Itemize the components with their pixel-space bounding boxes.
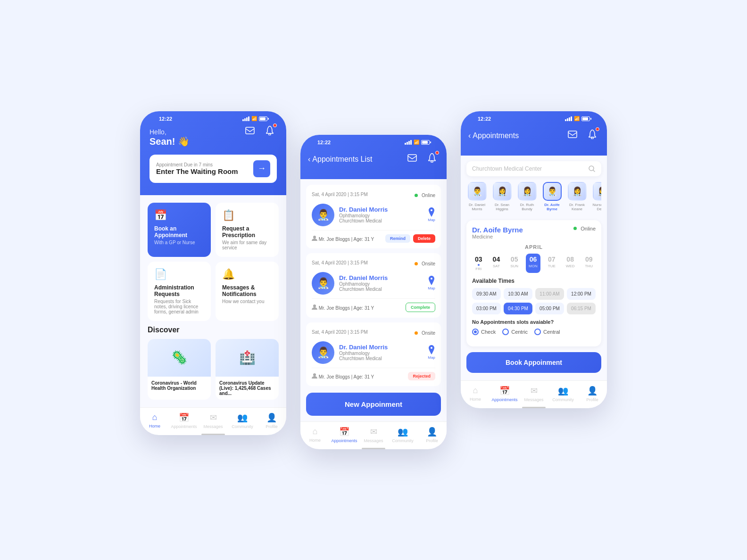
nav-messages[interactable]: ✉ Messages	[199, 412, 228, 429]
day-num-1: 04	[493, 255, 500, 263]
home-icon-3: ⌂	[473, 386, 478, 395]
map-button-0[interactable]: Map	[428, 207, 435, 222]
discover-item-1[interactable]: 🏥 Coronavirus Update (Live): 1,425,468 C…	[216, 339, 279, 400]
time-slot-6[interactable]: 05:00 PM	[535, 303, 564, 314]
notification-button[interactable]	[263, 124, 277, 138]
profile-icon-3: 👤	[587, 386, 598, 396]
doc-hospital-1: Churchtown Medical	[339, 287, 423, 292]
appt-meta-2: Sat, 4 April 2020 | 3:15 PM Onsite	[312, 328, 435, 337]
cal-day-5[interactable]: 08 WED	[563, 254, 578, 273]
messages-nav-icon-2: ✉	[370, 427, 377, 437]
remind-button-0[interactable]: Remind	[385, 234, 410, 243]
book-appointment-body: Churchtown Medical Center 👨‍⚕️ Dr. Danie…	[461, 156, 607, 380]
nav2-appointments[interactable]: 📅 Appointments	[330, 427, 359, 443]
banner-arrow-button[interactable]: →	[253, 160, 270, 177]
messages-card[interactable]: 🔔 Messages & Notifications How we contac…	[216, 262, 279, 321]
mail-button[interactable]	[243, 124, 257, 138]
nav-home[interactable]: ⌂ Home	[140, 412, 169, 429]
doc-thumb-2[interactable]: 👩‍⚕️ Dr. Ruth Bundy	[516, 182, 538, 212]
nav2-profile[interactable]: 👤 Profile	[417, 427, 447, 443]
time-slot-5[interactable]: 04:30 PM	[504, 303, 532, 314]
doc-thumb-3[interactable]: 👨‍⚕️ Dr. Aoife Byrne	[541, 182, 563, 212]
notification-button-2[interactable]	[425, 151, 439, 165]
appointment-banner[interactable]: Appointment Due in 7 mins Enter The Wait…	[149, 155, 277, 183]
search-bar[interactable]: Churchtown Medical Center	[466, 161, 601, 176]
doc-hospital-0: Churchtown Medical	[339, 218, 423, 223]
day-name-6: THU	[585, 264, 592, 268]
svg-point-5	[313, 305, 316, 307]
nav-messages-label: Messages	[203, 424, 223, 429]
cal-day-0[interactable]: 03 FRI	[472, 254, 485, 273]
rejected-button-2[interactable]: Rejected	[408, 372, 435, 380]
doc-thumb-1[interactable]: 👩‍⚕️ Dr. Sean Higgins	[491, 182, 513, 212]
online-status-text: Online	[581, 226, 596, 231]
radio-check[interactable]: Check	[472, 329, 496, 335]
nav3-messages-label: Messages	[524, 397, 543, 402]
discover-img-1: 🏥	[216, 339, 279, 377]
time-slot-3[interactable]: 12:00 PM	[567, 288, 596, 300]
nav3-home[interactable]: ⌂ Home	[461, 386, 490, 402]
calendar-section: APRIL 03 FRI 04 SAT 05 SUN	[472, 244, 596, 273]
new-appointment-button[interactable]: New Appoinment	[306, 393, 441, 416]
nav-community[interactable]: 👥 Community	[228, 412, 257, 429]
admin-title: Administration Requests	[154, 284, 204, 297]
mail-button-3[interactable]	[565, 127, 580, 141]
doc-name-2: Dr. Daniel Morris	[339, 344, 423, 351]
wifi-icon-2: 📶	[414, 140, 419, 145]
time-slot-1[interactable]: 10:30 AM	[504, 288, 532, 300]
doc-thumb-4[interactable]: 👩‍⚕️ Dr. Frank Keane	[566, 182, 588, 212]
complete-button-1[interactable]: Complete	[406, 303, 435, 312]
cal-day-6[interactable]: 09 THU	[582, 254, 595, 273]
radio-centric[interactable]: Centric	[502, 329, 528, 335]
prescription-card[interactable]: 📋 Request a Prescription We aim for same…	[216, 203, 279, 257]
bottom-nav-3: ⌂ Home 📅 Appointments ✉ Messages 👥 Commu…	[461, 380, 607, 405]
svg-point-6	[313, 373, 316, 376]
time-slot-7[interactable]: 06:15 PM	[567, 303, 596, 314]
notification-button-3[interactable]	[585, 127, 599, 141]
times-title: Available Times	[472, 278, 596, 284]
radio-central[interactable]: Central	[534, 329, 560, 335]
day-num-0: 03	[475, 255, 482, 266]
home-icon: ⌂	[152, 412, 158, 422]
cal-day-1[interactable]: 04 SAT	[490, 254, 503, 273]
time-slot-2[interactable]: 11:00 AM	[535, 288, 564, 300]
nav2-messages[interactable]: ✉ Messages	[359, 427, 388, 443]
back-button-2[interactable]: ‹ Appointments List	[308, 155, 373, 164]
nav3-appointments[interactable]: 📅 Appointments	[490, 386, 519, 402]
doc-details-2: Dr. Daniel Morris Ophthamology Churchtow…	[339, 344, 423, 361]
mail-button-2[interactable]	[405, 151, 419, 165]
nav-profile[interactable]: 👤 Profile	[257, 412, 286, 429]
nav3-messages[interactable]: ✉ Messages	[519, 386, 548, 402]
nav3-community[interactable]: 👥 Community	[548, 386, 578, 402]
svg-rect-7	[568, 131, 577, 138]
day-name-0: FRI	[475, 267, 481, 271]
doc-thumb-0[interactable]: 👨‍⚕️ Dr. Daniel Morris	[466, 182, 488, 212]
appointments-icon-2: 📅	[339, 427, 349, 437]
patient-row-2: Mr. Joe Bloggs | Age: 31 Y Rejected	[312, 368, 435, 380]
time-slot-0[interactable]: 09:30 AM	[472, 288, 501, 300]
time-slot-4[interactable]: 03:00 PM	[472, 303, 501, 314]
map-button-2[interactable]: Map	[428, 345, 435, 360]
doc-spec-2: Ophthamology	[339, 351, 423, 356]
map-button-1[interactable]: Map	[428, 276, 435, 290]
nav3-profile[interactable]: 👤 Profile	[578, 386, 607, 402]
doc-thumb-5[interactable]: 👩‍⚕️ Nurse Julia Devlin	[591, 182, 601, 212]
nav-appointments-label: Appointments	[171, 424, 197, 429]
cal-day-3[interactable]: 06 MON	[526, 254, 540, 273]
book-appointment-button[interactable]: Book Appoinment	[466, 352, 601, 373]
nav2-community[interactable]: 👥 Community	[388, 427, 417, 443]
admin-card[interactable]: 📄 Administration Requests Requests for S…	[148, 262, 211, 321]
book-appointment-card[interactable]: 📅 Book an Appoinment With a GP or Nurse	[148, 203, 211, 257]
signal-icon-3	[565, 116, 572, 121]
discover-item-0[interactable]: 🦠 Coronavirus - World Health Organizatio…	[148, 339, 211, 400]
delete-button-0[interactable]: Delete	[413, 234, 435, 243]
nav2-home[interactable]: ⌂ Home	[300, 427, 330, 443]
appt-status-1: Onsite	[415, 259, 435, 267]
nav-appointments[interactable]: 📅 Appointments	[169, 412, 199, 429]
phone-appointments-list: 12:22 📶 ‹ Appointments List	[300, 135, 447, 449]
battery-icon-2	[421, 140, 430, 145]
cal-day-4[interactable]: 07 TUE	[545, 254, 558, 273]
cal-day-2[interactable]: 05 SUN	[507, 254, 521, 273]
back-button-3[interactable]: ‹ Appointments	[468, 132, 519, 140]
appointment-card-1: Sat, 4 April 2020 | 3:15 PM Onsite 👨‍⚕️ …	[306, 253, 441, 318]
